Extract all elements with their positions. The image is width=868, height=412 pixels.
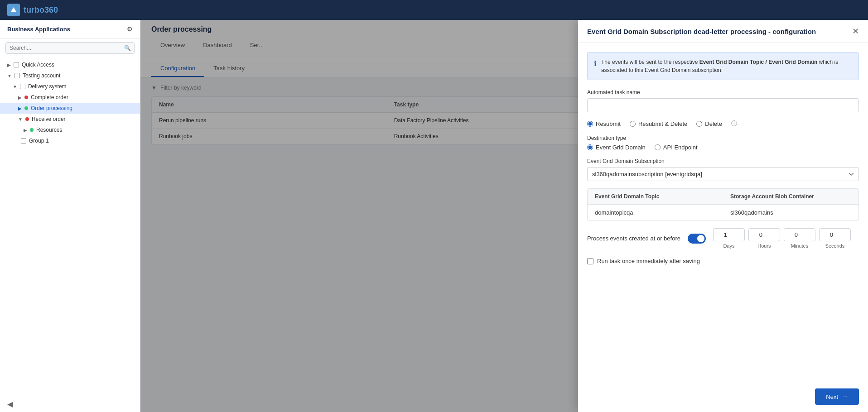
automated-task-name-input[interactable] bbox=[587, 98, 859, 112]
days-label: Days bbox=[723, 243, 734, 249]
subscription-select[interactable]: sl360qadomainsubscription [eventgridsqa] bbox=[587, 167, 859, 181]
subscription-label: Event Grid Domain Subscription bbox=[587, 158, 859, 164]
sidebar-item-resources[interactable]: ▶ Resources bbox=[0, 125, 140, 135]
modal-header: Event Grid Domain Subscription dead-lett… bbox=[578, 20, 868, 43]
svg-marker-0 bbox=[11, 7, 16, 12]
radio-delete-input[interactable] bbox=[696, 121, 702, 127]
sidebar-item-label: Resources bbox=[36, 127, 62, 133]
search-icon: 🔍 bbox=[124, 45, 131, 51]
run-task-label[interactable]: Run task once immediately after saving bbox=[597, 258, 700, 264]
radio-resubmit-input[interactable] bbox=[587, 121, 593, 127]
inner-col-topic: Event Grid Domain Topic bbox=[588, 189, 723, 204]
subscription-group: Event Grid Domain Subscription sl360qado… bbox=[587, 158, 859, 181]
sidebar-item-delivery-system[interactable]: ▼ Delivery system bbox=[0, 81, 140, 92]
status-dot-red bbox=[25, 117, 29, 121]
info-circle-icon[interactable]: ⓘ bbox=[731, 120, 737, 128]
sidebar-item-label: Complete order bbox=[31, 94, 68, 101]
minutes-input[interactable] bbox=[784, 228, 815, 241]
main-area: Business Applications ⚙ 🔍 ▶ Quick Access… bbox=[0, 20, 868, 412]
sidebar-item-receive-order[interactable]: ▼ Receive order bbox=[0, 114, 140, 125]
modal-dialog: Event Grid Domain Subscription dead-lett… bbox=[578, 20, 868, 412]
checkbox-fake-icon bbox=[21, 138, 26, 144]
info-banner: ℹ The events will be sent to the respect… bbox=[587, 52, 859, 80]
destination-type-label: Destination type bbox=[587, 135, 859, 141]
inner-table-row: domaintopicqa sl360qadomains bbox=[588, 205, 858, 220]
info-text-bold: Event Grid Domain Topic / Event Grid Dom… bbox=[699, 59, 817, 65]
sidebar-item-group-1[interactable]: Group-1 bbox=[0, 135, 140, 146]
next-label: Next bbox=[826, 393, 838, 400]
automated-task-name-group: Automated task name bbox=[587, 89, 859, 112]
sidebar-item-quick-access[interactable]: ▶ Quick Access bbox=[0, 59, 140, 70]
inner-cell-container: sl360qadomains bbox=[723, 205, 858, 220]
next-button[interactable]: Next → bbox=[815, 388, 859, 405]
sidebar-item-complete-order[interactable]: ▶ Complete order bbox=[0, 92, 140, 103]
sidebar-item-label: Testing account bbox=[23, 72, 60, 79]
radio-api-endpoint-label: API Endpoint bbox=[663, 144, 698, 151]
sidebar-bottom: ◀ bbox=[0, 396, 140, 412]
arrow-icon: → bbox=[842, 393, 848, 400]
radio-event-grid-label: Event Grid Domain bbox=[596, 144, 646, 151]
radio-event-grid-domain[interactable]: Event Grid Domain bbox=[587, 144, 646, 151]
sidebar-header: Business Applications ⚙ bbox=[0, 20, 140, 38]
content-area: Order processing Overview Dashboard Ser.… bbox=[140, 20, 868, 412]
radio-resubmit-delete[interactable]: Resubmit & Delete bbox=[630, 120, 687, 127]
collapse-icon[interactable]: ◀ bbox=[7, 400, 13, 408]
search-input[interactable] bbox=[5, 42, 135, 54]
process-events-toggle[interactable] bbox=[688, 234, 706, 244]
chevron-down-icon: ▼ bbox=[13, 84, 17, 89]
days-input-group: Days bbox=[713, 228, 745, 249]
hours-label: Hours bbox=[757, 243, 771, 249]
checkbox-fake-icon bbox=[20, 84, 25, 89]
minutes-input-group: Minutes bbox=[784, 228, 815, 249]
radio-resubmit[interactable]: Resubmit bbox=[587, 120, 621, 127]
modal-title: Event Grid Domain Subscription dead-lett… bbox=[587, 28, 816, 35]
seconds-input[interactable] bbox=[819, 228, 851, 241]
toggle-slider bbox=[688, 234, 706, 244]
modal-close-button[interactable]: ✕ bbox=[852, 27, 859, 35]
app-name: turbo360 bbox=[24, 5, 58, 15]
status-dot-green bbox=[24, 106, 28, 110]
seconds-input-group: Seconds bbox=[819, 228, 851, 249]
radio-resubmit-delete-label: Resubmit & Delete bbox=[638, 120, 687, 127]
radio-resubmit-delete-input[interactable] bbox=[630, 121, 636, 127]
info-text-before: The events will be sent to the respectiv… bbox=[601, 59, 699, 65]
sidebar: Business Applications ⚙ 🔍 ▶ Quick Access… bbox=[0, 20, 140, 412]
sidebar-item-label: Quick Access bbox=[22, 62, 54, 68]
status-dot-red bbox=[24, 96, 28, 99]
sidebar-item-order-processing[interactable]: ▶ Order processing bbox=[0, 103, 140, 114]
process-events-row: Process events created at or before Days bbox=[587, 228, 859, 249]
inner-table-header: Event Grid Domain Topic Storage Account … bbox=[588, 189, 858, 205]
chevron-right-icon: ▶ bbox=[18, 95, 22, 100]
chevron-right-icon: ▶ bbox=[7, 62, 11, 67]
chevron-down-icon: ▼ bbox=[18, 117, 23, 122]
sidebar-item-label: Order processing bbox=[31, 105, 72, 111]
destination-type-group: Destination type Event Grid Domain API E… bbox=[587, 135, 859, 151]
days-input[interactable] bbox=[713, 228, 745, 241]
checkbox-fake-icon bbox=[14, 62, 19, 67]
radio-delete[interactable]: Delete bbox=[696, 120, 722, 127]
sidebar-item-testing-account[interactable]: ▼ Testing account bbox=[0, 70, 140, 81]
radio-api-endpoint-input[interactable] bbox=[655, 144, 661, 150]
top-bar: turbo360 bbox=[0, 0, 868, 20]
radio-resubmit-label: Resubmit bbox=[596, 120, 621, 127]
chevron-down-icon: ▼ bbox=[7, 73, 12, 78]
time-inputs: Days Hours Minutes bbox=[713, 228, 851, 249]
checkbox-fake-icon bbox=[14, 73, 20, 78]
info-icon: ℹ bbox=[594, 58, 597, 74]
modal-footer: Next → bbox=[578, 381, 868, 412]
inner-table: Event Grid Domain Topic Storage Account … bbox=[587, 188, 859, 221]
hours-input[interactable] bbox=[748, 228, 780, 241]
inner-col-container: Storage Account Blob Container bbox=[723, 189, 858, 204]
gear-icon[interactable]: ⚙ bbox=[127, 25, 133, 33]
sidebar-item-label: Delivery system bbox=[28, 83, 67, 90]
radio-event-grid-domain-input[interactable] bbox=[587, 144, 593, 150]
destination-radio-group: Event Grid Domain API Endpoint bbox=[587, 144, 859, 151]
sidebar-item-label: Receive order bbox=[32, 116, 66, 122]
run-task-checkbox[interactable] bbox=[587, 258, 593, 264]
info-text: The events will be sent to the respectiv… bbox=[601, 58, 852, 74]
run-task-row: Run task once immediately after saving bbox=[587, 258, 859, 264]
chevron-right-icon: ▶ bbox=[24, 128, 27, 133]
radio-delete-label: Delete bbox=[705, 120, 722, 127]
radio-api-endpoint[interactable]: API Endpoint bbox=[655, 144, 698, 151]
hours-input-group: Hours bbox=[748, 228, 780, 249]
